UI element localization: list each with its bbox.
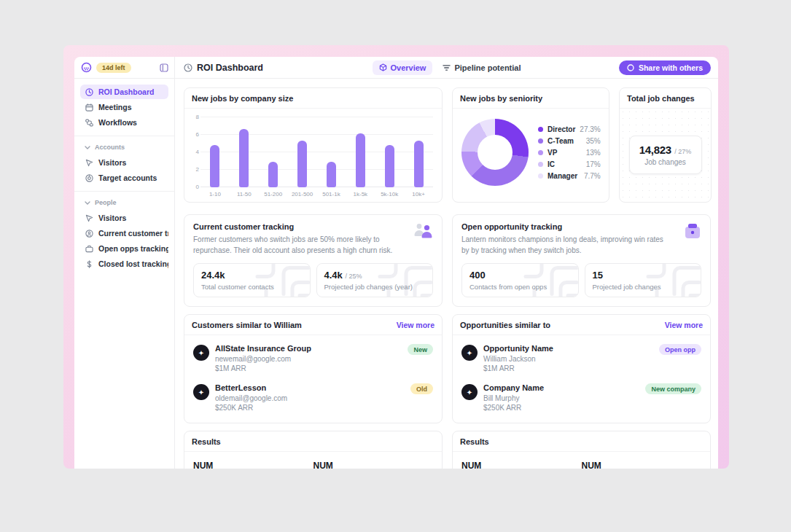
user-circle-icon (85, 229, 93, 238)
cursor-icon (85, 214, 93, 222)
sidebar-item-label: Open opps tracking (98, 244, 168, 253)
card-title: Customers similar to William (192, 321, 302, 329)
calendar-icon (85, 103, 93, 112)
y-tick-label: 6 (196, 131, 199, 138)
stat-box-projected-job-changes-year: 4.4k / 25% Projected job changes (year) (316, 263, 434, 297)
filter-icon (443, 64, 451, 71)
result-stat: NUM Director/VP/C-Suite changes (193, 461, 313, 469)
list-item-opportunity[interactable]: ✦ Company Name Bill Murphy $250K ARR New… (461, 378, 701, 417)
legend-value: 27.3% (580, 125, 600, 133)
card-total-job-changes: Total job changes 14,823 / 27% Job chang… (619, 87, 712, 203)
list-item-opportunity[interactable]: ✦ Opportunity Name William Jackson $1M A… (461, 338, 701, 378)
stat-value: 24.4k (201, 270, 225, 281)
bar-10k+ (414, 141, 424, 187)
trial-badge: 14d left (96, 63, 131, 73)
x-tick-label: 51-200 (259, 191, 288, 197)
sidebar-toggle-icon[interactable] (160, 63, 168, 72)
list-item-customer[interactable]: ✦ AllState Insurance Group newemail@goog… (193, 338, 433, 378)
list-item-customer[interactable]: ✦ BetterLesson oldemail@google.com $250K… (193, 378, 433, 417)
share-button-label: Share with others (639, 63, 703, 72)
donut-chart (461, 119, 529, 186)
sidebar-section-accounts[interactable]: Accounts (80, 142, 168, 155)
briefcase-icon (85, 244, 93, 253)
item-name: BetterLesson (215, 383, 287, 392)
dotted-panel: 14,823 / 27% Job changes (620, 109, 711, 201)
bar-5k-10k (385, 145, 394, 187)
status-badge: Open opp (659, 344, 701, 355)
total-job-changes-stat: 14,823 / 27% Job changes (629, 136, 702, 174)
dollar-icon (85, 259, 93, 268)
chevron-down-icon (85, 146, 90, 149)
card-title: Opportunities similar to (460, 321, 550, 329)
card-description: Former customers who switch jobs are 50%… (193, 234, 433, 256)
sidebar-item-closed-lost-tracking[interactable]: Closed lost tracking (80, 257, 168, 271)
stat-suffix: / 27% (674, 148, 691, 155)
circle-icon (627, 64, 634, 71)
x-tick-label: 1k-5k (346, 191, 375, 197)
x-tick-label: 501-1k (317, 191, 346, 197)
card-title: Results (460, 437, 489, 446)
section-label: People (95, 199, 117, 206)
box-icon (684, 222, 701, 240)
stat-label: Projected job changes (593, 283, 694, 291)
donut-hole (478, 135, 513, 170)
legend-value: 7.7% (584, 172, 601, 180)
item-arr: $250K ARR (483, 404, 544, 412)
card-new-jobs-by-seniority: New jobs by seniority Director27.3%C-Tea… (452, 87, 609, 203)
sidebar-item-workflows[interactable]: Workflows (80, 115, 168, 130)
sidebar-section-people[interactable]: People (80, 197, 168, 211)
sidebar-item-visitors-accounts[interactable]: Visitors (80, 155, 168, 170)
sidebar-item-roi-dashboard[interactable]: ROI Dashboard (80, 85, 168, 99)
tab-overview[interactable]: Overview (373, 60, 433, 75)
legend-label: Manager (548, 172, 580, 180)
sidebar: ROI Dashboard Meetings Workflows Account… (74, 79, 175, 469)
tab-bar: Overview Pipeline potential (373, 60, 521, 75)
sidebar-item-target-accounts[interactable]: Target accounts (80, 171, 168, 185)
legend-item: Director27.3% (538, 125, 601, 133)
sparkle-avatar: ✦ (461, 345, 478, 361)
card-current-customer-tracking: Current customer tracking Former custome… (184, 214, 443, 307)
card-title: New jobs by company size (192, 94, 293, 103)
item-arr: $1M ARR (483, 364, 553, 372)
y-tick-label: 4 (196, 149, 199, 155)
stat-value: 400 (469, 270, 486, 281)
sidebar-item-meetings[interactable]: Meetings (80, 100, 168, 114)
sidebar-item-open-opps-tracking[interactable]: Open opps tracking (80, 241, 168, 256)
tab-label: Overview (391, 63, 426, 72)
view-more-link[interactable]: View more (665, 321, 703, 329)
lantern-logo-icon[interactable] (81, 62, 92, 73)
sidebar-item-visitors-people[interactable]: Visitors (80, 211, 168, 225)
view-more-link[interactable]: View more (397, 321, 435, 329)
legend-dot (538, 138, 543, 144)
x-axis: 1-1011-5051-200201-500501-1k1k-5k5k-10k1… (200, 191, 433, 197)
x-tick-label: 5k-10k (375, 191, 404, 197)
status-badge: New (408, 344, 433, 355)
item-name: Opportunity Name (483, 344, 553, 353)
sidebar-header: 14d left (74, 57, 175, 78)
share-with-others-button[interactable]: Share with others (619, 60, 711, 75)
stat-label: Projected job changes (year) (324, 283, 426, 291)
stat-label: Total customer contacts (201, 283, 303, 291)
legend-label: VP (548, 149, 582, 157)
card-title: Current customer tracking (193, 222, 433, 231)
x-tick-label: 11-50 (230, 191, 259, 197)
legend-item: Manager7.7% (538, 172, 601, 180)
card-open-opportunity-tracking: Open opportunity tracking Lantern monito… (452, 214, 711, 307)
plot-area (200, 117, 433, 187)
sidebar-item-current-customer-tracking[interactable]: Current customer trac... (80, 226, 168, 240)
page-title: ROI Dashboard (197, 63, 263, 73)
stat-value: NUM (461, 461, 582, 469)
legend-label: C-Team (548, 137, 582, 145)
stat-value: 14,823 (639, 144, 671, 156)
stat-value: NUM (193, 461, 313, 469)
clock-icon (85, 87, 93, 96)
y-tick-label: 8 (196, 114, 199, 120)
tab-pipeline-potential[interactable]: Pipeline potential (443, 63, 521, 72)
chevron-down-icon (85, 201, 90, 205)
bar-11-50 (239, 129, 249, 187)
legend-item: VP13% (538, 149, 601, 157)
stat-value: NUM (582, 461, 702, 469)
bar-51-200 (268, 162, 278, 187)
sparkle-avatar: ✦ (193, 384, 209, 400)
result-stat: NUM Job changes in last 12 months (313, 461, 434, 469)
